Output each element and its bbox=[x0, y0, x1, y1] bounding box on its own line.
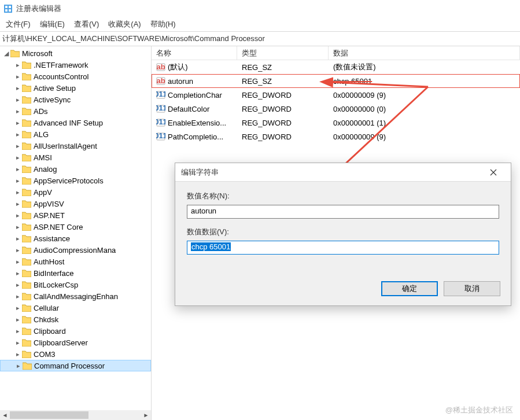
tree-item[interactable]: ▸AppV bbox=[0, 186, 151, 198]
value-type: REG_SZ bbox=[242, 77, 272, 86]
expand-icon[interactable]: ▸ bbox=[14, 281, 22, 289]
value-row[interactable]: abautorunREG_SZchcp 65001 bbox=[152, 74, 520, 88]
expand-icon[interactable]: ▸ bbox=[14, 189, 22, 196]
value-row[interactable]: ab(默认)REG_SZ(数值未设置) bbox=[152, 60, 520, 74]
svg-text:ab: ab bbox=[156, 62, 165, 71]
col-data[interactable]: 数据 bbox=[329, 46, 520, 60]
menu-view[interactable]: 查看(V) bbox=[69, 18, 104, 31]
tree-item[interactable]: ▸Command Processor bbox=[0, 360, 151, 371]
expand-icon[interactable]: ▸ bbox=[14, 84, 22, 92]
expand-icon[interactable]: ▸ bbox=[14, 339, 22, 347]
expand-icon[interactable]: ▸ bbox=[14, 154, 22, 161]
menu-favorites[interactable]: 收藏夹(A) bbox=[104, 18, 145, 31]
tree-item[interactable]: ▸Chkdsk bbox=[0, 314, 151, 325]
tree-item-microsoft[interactable]: ◢ Microsoft bbox=[0, 47, 151, 59]
tree-item[interactable]: ▸AppServiceProtocols bbox=[0, 175, 151, 186]
cancel-button[interactable]: 取消 bbox=[444, 281, 500, 296]
expand-icon[interactable]: ▸ bbox=[14, 96, 22, 104]
svg-text:011: 011 bbox=[156, 104, 165, 112]
expand-icon[interactable]: ▸ bbox=[14, 235, 22, 242]
dword-value-icon: 011 bbox=[156, 104, 165, 113]
value-name-input[interactable]: autorun bbox=[187, 205, 499, 219]
expand-icon[interactable]: ▸ bbox=[14, 165, 22, 173]
folder-icon bbox=[22, 211, 31, 219]
menu-help[interactable]: 帮助(H) bbox=[146, 18, 180, 31]
tree-item-label: AuthHost bbox=[34, 257, 64, 266]
tree-item[interactable]: ▸Advanced INF Setup bbox=[0, 117, 151, 128]
tree-item[interactable]: ▸ASP.NET bbox=[0, 209, 151, 221]
cell-data: 0x00000001 (1) bbox=[329, 119, 520, 127]
expand-icon[interactable]: ▸ bbox=[14, 108, 22, 115]
value-row[interactable]: 011EnableExtensio...REG_DWORD0x00000001 … bbox=[152, 116, 520, 130]
cell-data: 0x00000009 (9) bbox=[329, 132, 520, 141]
expand-icon[interactable]: ◢ bbox=[2, 50, 10, 57]
tree-item[interactable]: ▸AllUserInstallAgent bbox=[0, 140, 151, 152]
expand-icon[interactable]: ▸ bbox=[14, 212, 22, 219]
tree-item[interactable]: ▸BidInterface bbox=[0, 267, 151, 279]
expand-icon[interactable]: ▸ bbox=[14, 177, 22, 185]
tree-item[interactable]: ▸.NETFramework bbox=[0, 59, 151, 71]
value-data-input[interactable]: chcp 65001 bbox=[187, 241, 499, 255]
expand-icon[interactable]: ▸ bbox=[14, 73, 22, 80]
tree-item[interactable]: ▸ADs bbox=[0, 105, 151, 117]
tree-item[interactable]: ▸COM3 bbox=[0, 348, 151, 360]
tree-list[interactable]: ◢ Microsoft ▸.NETFramework▸AccountsContr… bbox=[0, 46, 151, 373]
value-row[interactable]: 011CompletionCharREG_DWORD0x00000009 (9) bbox=[152, 88, 520, 102]
expand-icon[interactable]: ▸ bbox=[14, 316, 22, 323]
tree-item[interactable]: ▸Active Setup bbox=[0, 82, 151, 94]
scroll-left-icon[interactable]: ◄ bbox=[0, 410, 10, 420]
dialog-titlebar[interactable]: 编辑字符串 bbox=[175, 163, 511, 182]
expand-icon[interactable]: ▸ bbox=[14, 258, 22, 266]
dialog-title-text: 编辑字符串 bbox=[181, 167, 219, 178]
expand-icon[interactable]: ▸ bbox=[14, 327, 22, 335]
tree-item-label: Advanced INF Setup bbox=[34, 119, 103, 127]
tree-item[interactable]: ▸Analog bbox=[0, 163, 151, 175]
col-type[interactable]: 类型 bbox=[237, 46, 329, 60]
tree-item[interactable]: ▸ActiveSync bbox=[0, 94, 151, 105]
svg-text:011: 011 bbox=[156, 90, 165, 98]
horizontal-scrollbar[interactable]: ◄ ► bbox=[0, 410, 151, 420]
scroll-thumb[interactable] bbox=[10, 411, 88, 419]
tree-item[interactable]: ▸ASP.NET Core bbox=[0, 221, 151, 233]
tree-item[interactable]: ▸AuthHost bbox=[0, 256, 151, 267]
tree-item[interactable]: ▸Cellular bbox=[0, 302, 151, 314]
expand-icon[interactable]: ▸ bbox=[14, 61, 22, 69]
tree-item[interactable]: ▸AccountsControl bbox=[0, 71, 151, 82]
expand-icon[interactable]: ▸ bbox=[14, 351, 22, 358]
tree-item[interactable]: ▸Clipboard bbox=[0, 325, 151, 337]
tree-item[interactable]: ▸AMSI bbox=[0, 152, 151, 163]
folder-icon bbox=[22, 234, 31, 242]
scroll-track[interactable] bbox=[10, 410, 141, 420]
tree-item[interactable]: ▸ALG bbox=[0, 128, 151, 140]
expand-icon[interactable]: ▸ bbox=[14, 200, 22, 208]
menu-file[interactable]: 文件(F) bbox=[1, 18, 35, 31]
value-row[interactable]: 011PathCompletio...REG_DWORD0x00000009 (… bbox=[152, 130, 520, 143]
menu-edit[interactable]: 编辑(E) bbox=[35, 18, 69, 31]
tree-item[interactable]: ▸ClipboardServer bbox=[0, 337, 151, 348]
col-name[interactable]: 名称 bbox=[152, 46, 237, 60]
close-icon[interactable] bbox=[482, 163, 505, 181]
tree-item[interactable]: ▸AudioCompressionMana bbox=[0, 244, 151, 256]
expand-icon[interactable]: ▸ bbox=[14, 142, 22, 150]
expand-icon[interactable]: ▸ bbox=[14, 246, 22, 254]
expand-icon[interactable]: ▸ bbox=[14, 131, 22, 138]
expand-icon[interactable]: ▸ bbox=[14, 293, 22, 300]
value-data: 0x00000001 (1) bbox=[333, 119, 386, 127]
expand-icon[interactable]: ▸ bbox=[14, 119, 22, 127]
tree-item[interactable]: ▸CallAndMessagingEnhan bbox=[0, 290, 151, 302]
expand-icon[interactable]: ▸ bbox=[14, 362, 23, 370]
value-row[interactable]: 011DefaultColorREG_DWORD0x00000000 (0) bbox=[152, 102, 520, 116]
tree-item-label: Cellular bbox=[34, 304, 59, 312]
ok-button[interactable]: 确定 bbox=[381, 281, 438, 296]
value-type: REG_DWORD bbox=[242, 105, 292, 113]
dialog-buttons: 确定 取消 bbox=[381, 281, 500, 296]
expand-icon[interactable]: ▸ bbox=[14, 223, 22, 231]
value-type: REG_SZ bbox=[242, 63, 272, 72]
tree-item[interactable]: ▸AppVISV bbox=[0, 198, 151, 209]
tree-item[interactable]: ▸BitLockerCsp bbox=[0, 279, 151, 290]
expand-icon[interactable]: ▸ bbox=[14, 304, 22, 312]
expand-icon[interactable]: ▸ bbox=[14, 270, 22, 277]
address-bar[interactable]: 计算机\HKEY_LOCAL_MACHINE\SOFTWARE\Microsof… bbox=[0, 31, 520, 46]
tree-item[interactable]: ▸Assistance bbox=[0, 233, 151, 244]
scroll-right-icon[interactable]: ► bbox=[141, 410, 151, 420]
